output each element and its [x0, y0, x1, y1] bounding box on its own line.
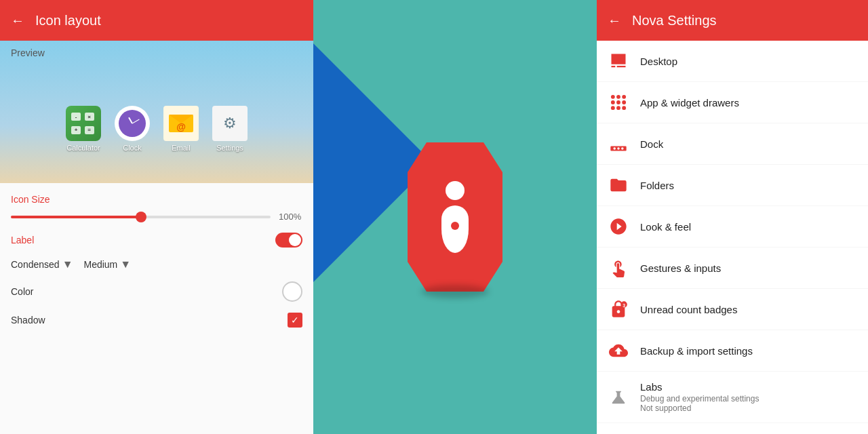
svg-point-1 — [616, 95, 620, 99]
icon-size-slider[interactable] — [11, 216, 271, 218]
nova-logo — [408, 142, 502, 292]
svg-point-10 — [613, 147, 616, 150]
desktop-menu-label: Desktop — [640, 56, 857, 67]
backup-icon — [608, 340, 629, 361]
gestures-icon — [608, 257, 629, 279]
list-item: ⚙ Settings — [212, 106, 248, 152]
svg-point-5 — [622, 100, 626, 104]
label-toggle[interactable] — [275, 233, 302, 248]
shadow-label: Shadow — [11, 315, 45, 326]
nova-head — [446, 181, 465, 200]
slider-value: 100% — [279, 212, 302, 222]
center-area — [313, 0, 597, 434]
dock-menu-label: Dock — [640, 138, 857, 150]
sidebar-item-desktop[interactable]: Desktop — [597, 41, 868, 82]
right-back-button[interactable]: ← — [608, 13, 621, 28]
sidebar-item-backup[interactable]: Backup & import settings — [597, 330, 868, 372]
medium-value: Medium — [83, 259, 117, 270]
email-label: Email — [172, 144, 191, 152]
color-label: Color — [11, 286, 33, 297]
right-panel-title: Nova Settings — [632, 13, 717, 28]
gestures-menu-label: Gestures & inputs — [640, 262, 857, 274]
sidebar-item-unread[interactable]: 3 Unread count badges — [597, 289, 868, 330]
svg-point-2 — [622, 95, 626, 99]
folders-menu-label: Folders — [640, 180, 857, 191]
svg-point-4 — [616, 100, 620, 104]
folder-icon — [608, 174, 629, 196]
label-toggle-row: Label — [11, 233, 302, 248]
calculator-icon: - × + = — [66, 106, 101, 141]
svg-text:3: 3 — [623, 303, 625, 308]
sidebar-item-gestures[interactable]: Gestures & inputs — [597, 248, 868, 289]
backup-menu-label: Backup & import settings — [640, 345, 857, 357]
apps-icon — [608, 92, 629, 113]
unread-icon: 3 — [608, 298, 629, 320]
list-item: @ Email — [163, 106, 199, 152]
sidebar-item-folders[interactable]: Folders — [597, 165, 868, 206]
svg-point-0 — [611, 95, 615, 99]
medium-dropdown[interactable]: Medium ▼ — [83, 258, 131, 271]
shadow-checkbox[interactable]: ✓ — [288, 313, 302, 328]
condensed-arrow-icon: ▼ — [62, 258, 73, 271]
list-item: Clock — [115, 106, 150, 152]
labs-icon — [608, 387, 629, 408]
settings-icon: ⚙ — [212, 106, 248, 141]
right-panel: ← Nova Settings Desktop App & widget dra… — [597, 0, 868, 434]
preview-background: - × + = Calculator Clock — [0, 41, 313, 183]
condensed-value: Condensed — [11, 259, 60, 270]
svg-point-12 — [621, 147, 624, 150]
dropdowns-row: Condensed ▼ Medium ▼ — [11, 258, 302, 271]
nova-shadow — [421, 285, 489, 298]
unread-menu-label: Unread count badges — [640, 304, 857, 315]
preview-section: Preview - × + = Calculator — [0, 41, 313, 183]
svg-point-11 — [617, 147, 620, 150]
medium-arrow-icon: ▼ — [120, 258, 131, 271]
color-picker[interactable] — [282, 281, 302, 302]
labs-menu-subtitle: Debug and experimental settingsNot suppo… — [640, 394, 857, 413]
settings-label: Settings — [216, 144, 243, 152]
preview-label: Preview — [11, 47, 45, 58]
list-item: - × + = Calculator — [66, 106, 101, 152]
icon-size-setting: Icon Size 100% — [11, 194, 302, 222]
condensed-dropdown[interactable]: Condensed ▼ — [11, 258, 73, 271]
left-panel-header: ← Icon layout — [0, 0, 313, 41]
left-back-button[interactable]: ← — [11, 13, 24, 28]
calculator-label: Calculator — [66, 144, 100, 152]
clock-icon — [115, 106, 150, 141]
look-feel-menu-label: Look & feel — [640, 221, 857, 233]
left-panel-title: Icon layout — [35, 13, 101, 28]
sidebar-item-app-widget[interactable]: App & widget drawers — [597, 82, 868, 123]
clock-label: Clock — [123, 144, 142, 152]
settings-content: Icon Size 100% Label Condensed ▼ Medium — [0, 183, 313, 434]
email-icon: @ — [163, 106, 199, 141]
sidebar-item-look-feel[interactable]: Look & feel — [597, 206, 868, 248]
svg-point-7 — [616, 106, 620, 110]
app-widget-menu-label: App & widget drawers — [640, 97, 857, 108]
right-panel-header: ← Nova Settings — [597, 0, 868, 41]
look-feel-icon — [608, 216, 629, 237]
icon-size-label: Icon Size — [11, 194, 302, 205]
left-panel: ← Icon layout Preview - × + = Calculator — [0, 0, 313, 434]
dock-icon — [608, 133, 629, 155]
desktop-icon — [608, 50, 629, 72]
svg-point-8 — [622, 106, 626, 110]
svg-point-6 — [611, 106, 615, 110]
shadow-setting-row: Shadow ✓ — [11, 313, 302, 328]
sidebar-item-dock[interactable]: Dock — [597, 123, 868, 165]
nova-shape — [408, 142, 502, 292]
slider-container: 100% — [11, 212, 302, 222]
svg-point-3 — [611, 100, 615, 104]
app-icons-row: - × + = Calculator Clock — [66, 85, 248, 152]
label-setting-label: Label — [11, 235, 34, 245]
color-setting-row: Color — [11, 281, 302, 302]
sidebar-item-labs[interactable]: Labs Debug and experimental settingsNot … — [597, 372, 868, 423]
nova-body — [441, 205, 469, 253]
labs-menu-label: Labs — [640, 381, 857, 393]
